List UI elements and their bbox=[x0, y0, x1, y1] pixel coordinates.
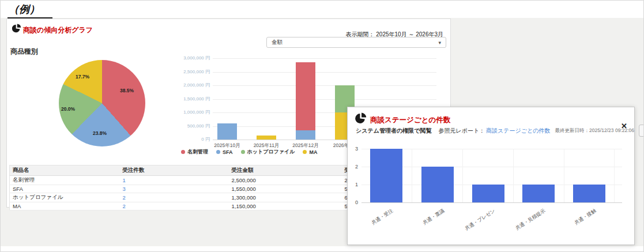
bar bbox=[421, 167, 454, 202]
y-axis-label: 3,000,000 円 bbox=[180, 55, 210, 61]
pie-chart-icon bbox=[12, 24, 21, 33]
legend-label: SFA bbox=[223, 149, 233, 155]
pie-slice-percent-label: 20.0% bbox=[61, 106, 75, 112]
gridline bbox=[213, 72, 436, 73]
y-axis-label: 1,500,000 円 bbox=[180, 96, 210, 101]
order-count-link[interactable]: 1 bbox=[123, 177, 126, 183]
refresh-data-button[interactable]: ⟳ データを更新する bbox=[639, 125, 644, 137]
y-axis-label: 2 bbox=[348, 164, 358, 170]
y-axis-label: 3 bbox=[348, 146, 358, 152]
metric-select-value: 金額 bbox=[272, 39, 283, 46]
grid-separator bbox=[462, 149, 463, 202]
y-axis-label: 2,000,000 円 bbox=[180, 82, 210, 88]
legend-item[interactable]: SFA bbox=[216, 148, 233, 156]
x-axis-label: 共通・見積提示 bbox=[507, 208, 547, 236]
y-axis-label: 2,500,000 円 bbox=[180, 69, 210, 74]
table-cell: 2,500,000 bbox=[229, 176, 342, 185]
y-axis-label: 1 bbox=[348, 182, 358, 187]
gridline bbox=[213, 85, 436, 86]
table-cell: 1,300,000 bbox=[229, 193, 342, 202]
x-axis-label: 共通・稟議 bbox=[406, 208, 446, 236]
legend-color-dot bbox=[303, 150, 307, 154]
panel-info-row: システム管理者の権限で閲覧 参照元レポート： 商談ステージごとの件数 最終更新日… bbox=[356, 125, 644, 137]
gridline bbox=[361, 202, 622, 203]
table-cell: MA bbox=[10, 202, 120, 210]
table-cell: 名刺管理 bbox=[10, 176, 120, 185]
bar-segment bbox=[296, 62, 315, 130]
table-header-cell: 商品名 bbox=[10, 166, 120, 176]
bar bbox=[573, 185, 605, 202]
grid-separator bbox=[412, 149, 412, 202]
dashboard-screen: （例） 商談の傾向分析グラフ 表示期間： 2025年10月 ～ 2026年3月 … bbox=[0, 0, 644, 252]
x-axis-label: 共通・受注 bbox=[355, 208, 395, 236]
x-axis-label: 共通・プレゼン bbox=[457, 208, 497, 236]
bar bbox=[370, 149, 402, 202]
metric-select[interactable]: 金額 ▾ bbox=[266, 37, 446, 48]
pie-chart-icon bbox=[355, 112, 367, 125]
table-cell: 2 bbox=[120, 193, 229, 202]
legend-label: 名刺管理 bbox=[187, 148, 208, 156]
bar bbox=[522, 185, 555, 202]
grid-separator bbox=[614, 149, 615, 202]
legend-label: ホットプロファイル bbox=[247, 148, 295, 156]
bar-segment bbox=[257, 136, 276, 140]
y-axis-label: 500,000 円 bbox=[180, 123, 210, 129]
table-cell: 1,550,000 bbox=[229, 185, 342, 193]
legend-color-dot bbox=[181, 150, 185, 154]
stage-count-panel: 商談ステージごとの件数 ✕ システム管理者の権限で閲覧 参照元レポート： 商談ス… bbox=[347, 107, 635, 245]
grid-separator bbox=[564, 149, 564, 202]
bar-segment bbox=[296, 130, 315, 140]
source-report-label: 参照元レポート： bbox=[438, 127, 485, 135]
pie-slice-percent-label: 38.5% bbox=[120, 88, 134, 93]
legend-color-dot bbox=[216, 150, 220, 154]
pie-slice-percent-label: 17.7% bbox=[76, 74, 89, 80]
legend-label: MA bbox=[309, 149, 317, 155]
table-cell: 2 bbox=[120, 202, 229, 210]
table-cell: ホットプロファイル bbox=[10, 193, 120, 202]
pie-slice-percent-label: 23.8% bbox=[93, 130, 107, 136]
panel-title: 商談ステージごとの件数 bbox=[370, 115, 450, 125]
table-cell: 3 bbox=[120, 185, 229, 193]
chevron-down-icon: ▾ bbox=[438, 40, 441, 46]
y-axis-label: 0 bbox=[348, 200, 358, 205]
panel-title: 商談の傾向分析グラフ bbox=[23, 25, 93, 35]
gridline bbox=[213, 99, 436, 100]
legend-color-dot bbox=[241, 150, 245, 154]
chart-legend: 名刺管理SFAホットプロファイルMA bbox=[181, 148, 317, 156]
section-title-product-type: 商品種別 bbox=[10, 47, 38, 57]
example-label: （例） bbox=[7, 2, 52, 18]
legend-item[interactable]: MA bbox=[303, 148, 317, 156]
table-header-cell: 受注金額 bbox=[229, 166, 342, 176]
table-cell: 1 bbox=[120, 176, 229, 185]
stage-count-bar-chart: 0123共通・受注共通・稟議共通・プレゼン共通・見積提示共通・接触 bbox=[348, 143, 634, 244]
bar-segment bbox=[217, 123, 237, 140]
bar bbox=[472, 185, 504, 202]
table-cell: SFA bbox=[10, 185, 120, 193]
table-header-cell: 受注件数 bbox=[120, 166, 229, 176]
last-updated-text: 最終更新日時：2025/12/23 09:22:06 bbox=[555, 127, 635, 134]
legend-item[interactable]: 名刺管理 bbox=[181, 148, 208, 156]
permission-text: システム管理者の権限で閲覧 bbox=[356, 127, 431, 135]
legend-item[interactable]: ホットプロファイル bbox=[241, 148, 295, 156]
x-axis-label: 共通・接触 bbox=[558, 208, 598, 236]
y-axis-label: 0 円 bbox=[180, 137, 210, 142]
order-count-link[interactable]: 2 bbox=[123, 194, 126, 201]
order-count-link[interactable]: 3 bbox=[123, 186, 126, 192]
gridline bbox=[213, 58, 436, 59]
table-cell: 1,150,000 bbox=[229, 202, 342, 210]
order-count-link[interactable]: 2 bbox=[123, 203, 126, 209]
grid-separator bbox=[513, 149, 514, 202]
y-axis-label: 1,000,000 円 bbox=[180, 110, 210, 115]
source-report-link[interactable]: 商談ステージごとの件数 bbox=[486, 127, 550, 135]
